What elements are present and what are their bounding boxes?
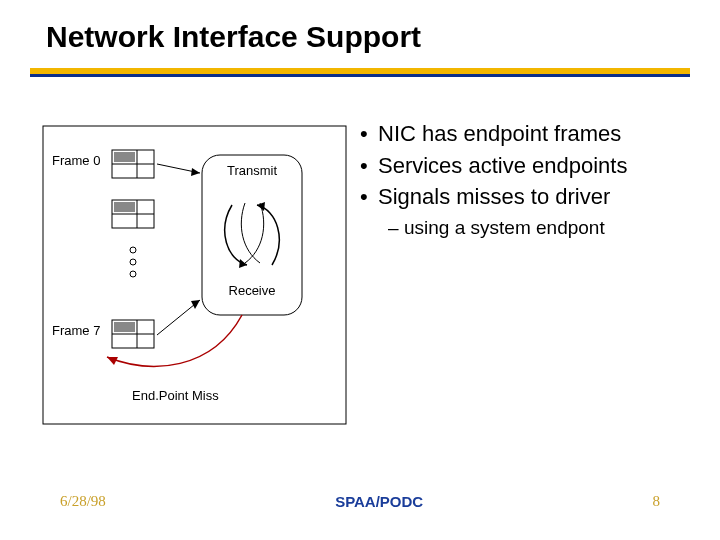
- frame0-label: Frame 0: [52, 153, 100, 168]
- ellipsis-dot-icon: [130, 247, 136, 253]
- bullet-text: Services active endpoints: [378, 152, 627, 180]
- footer: 6/28/98 SPAA/PODC 8: [0, 493, 720, 510]
- bullet-dot-icon: •: [360, 120, 378, 148]
- endpoint-frame-icon: [112, 320, 154, 348]
- ellipsis-dot-icon: [130, 271, 136, 277]
- svg-rect-12: [114, 322, 135, 332]
- sub-bullet-item: – using a system endpont: [388, 217, 690, 239]
- endpoint-frame-icon: [112, 150, 154, 178]
- footer-page-number: 8: [652, 493, 660, 510]
- ellipsis-dot-icon: [130, 259, 136, 265]
- diagram-svg: Frame 0 Frame 7: [42, 125, 347, 425]
- endpoint-miss-label: End.Point Miss: [132, 388, 219, 403]
- bullet-dot-icon: •: [360, 152, 378, 180]
- bullet-text: Signals misses to driver: [378, 183, 610, 211]
- footer-venue: SPAA/PODC: [335, 493, 423, 510]
- diagram: Frame 0 Frame 7: [42, 125, 347, 425]
- slide: Network Interface Support • NIC has endp…: [0, 0, 720, 540]
- receive-label: Receive: [229, 283, 276, 298]
- transmit-label: Transmit: [227, 163, 277, 178]
- bullet-item: • Signals misses to driver: [360, 183, 690, 211]
- title-rule-blue: [30, 74, 690, 77]
- bullet-dot-icon: •: [360, 183, 378, 211]
- sub-bullet-text: using a system endpont: [404, 217, 605, 239]
- dash-icon: –: [388, 217, 404, 239]
- svg-marker-16: [191, 168, 200, 176]
- frame7-label: Frame 7: [52, 323, 100, 338]
- bullet-item: • NIC has endpoint frames: [360, 120, 690, 148]
- endpoint-frame-icon: [112, 200, 154, 228]
- footer-date: 6/28/98: [60, 493, 106, 510]
- svg-marker-18: [191, 300, 200, 309]
- svg-rect-4: [114, 152, 135, 162]
- bullet-item: • Services active endpoints: [360, 152, 690, 180]
- bullet-text: NIC has endpoint frames: [378, 120, 621, 148]
- bullet-list: • NIC has endpoint frames • Services act…: [360, 120, 690, 239]
- svg-rect-8: [114, 202, 135, 212]
- page-title: Network Interface Support: [46, 20, 421, 54]
